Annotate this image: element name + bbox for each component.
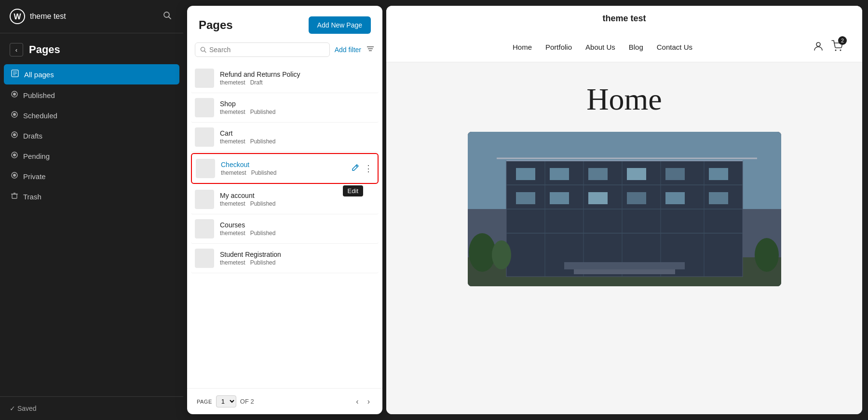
sidebar-footer: ✓ Saved [0,396,183,420]
pending-icon [11,151,18,161]
page-meta: themetest Published [220,259,375,266]
preview-hero-image [468,132,781,286]
page-name: Courses [220,221,375,229]
page-label: PAGE [197,399,212,405]
preview-icons: 2 [813,40,843,54]
scheduled-icon [11,111,18,120]
svg-point-13 [13,133,16,136]
page-heading: Home [586,82,662,117]
sidebar-item-all-pages[interactable]: All pages [4,64,179,84]
panel-header: Pages Add New Page [187,6,382,42]
sidebar-header: W theme test [0,0,183,33]
svg-point-56 [755,238,779,272]
page-number-select[interactable]: 1 2 [216,395,236,407]
page-info: Courses themetest Published [220,221,375,237]
svg-point-27 [816,42,820,46]
nav-link-about[interactable]: About Us [585,43,615,51]
sidebar-item-scheduled[interactable]: Scheduled [4,106,179,125]
svg-rect-46 [627,168,646,180]
svg-rect-53 [665,192,685,204]
sidebar-item-trash[interactable]: Trash [4,187,179,206]
sidebar-item-private[interactable]: Private [4,167,179,186]
filter-icon-button[interactable] [366,44,375,55]
pages-icon [11,69,19,80]
page-meta: themetest Published [220,138,375,145]
drafts-icon [11,131,18,140]
search-input[interactable] [209,46,325,54]
wp-logo: W [10,9,25,24]
page-thumbnail [195,127,214,147]
preview-nav-links: Home Portfolio About Us Blog Contact Us [406,43,800,51]
pages-title-row: ‹ Pages [0,33,183,64]
svg-line-26 [356,166,357,167]
list-item: Refund and Returns Policy themetest Draf… [191,64,379,93]
list-item-checkout: Checkout themetest Published ⋮ Edit [191,153,379,184]
svg-point-28 [835,50,837,51]
svg-point-15 [13,154,16,156]
page-thumbnail [195,219,214,238]
page-name: Shop [220,100,375,108]
more-options-button[interactable]: ⋮ [363,162,374,175]
sidebar-item-published[interactable]: Published [4,85,179,105]
pages-list: Refund and Returns Policy themetest Draf… [187,64,382,388]
page-info: Student Registration themetest Published [220,251,375,266]
svg-line-22 [204,51,206,52]
page-info: Refund and Returns Policy themetest Draf… [220,70,375,86]
private-icon [11,171,18,181]
center-panel: Pages Add New Page Add filter Refund and… [187,6,382,414]
page-name[interactable]: Checkout [221,161,345,168]
nav-link-portfolio[interactable]: Portfolio [545,43,572,51]
page-info: Cart themetest Published [220,129,375,145]
svg-rect-51 [588,192,608,204]
page-meta: themetest Published [220,200,375,207]
nav-link-contact[interactable]: Contact Us [657,43,692,51]
svg-point-17 [13,174,16,177]
panel-title: Pages [199,18,233,32]
svg-rect-52 [627,192,646,204]
nav-link-blog[interactable]: Blog [629,43,643,51]
svg-rect-58 [564,262,685,269]
panel-footer: PAGE 1 2 OF 2 ‹ › [187,388,382,414]
nav-link-home[interactable]: Home [513,43,532,51]
page-meta: themetest Draft [220,79,375,86]
page-thumbnail [195,98,214,117]
svg-point-9 [13,93,16,96]
sidebar-item-pending[interactable]: Pending [4,146,179,166]
page-actions: ⋮ [351,162,374,175]
svg-rect-50 [550,192,569,204]
page-name: Cart [220,129,375,137]
search-icon [200,46,206,53]
building-illustration [468,132,781,286]
list-item: Cart themetest Published [191,123,379,152]
page-thumbnail [195,249,214,268]
pencil-icon [352,164,359,171]
cart-icon[interactable]: 2 [831,40,843,54]
svg-rect-47 [665,168,685,180]
svg-rect-54 [709,192,728,204]
page-thumbnail [196,159,215,178]
page-info: Shop themetest Published [220,100,375,115]
trash-icon [11,192,18,201]
pages-heading: Pages [29,43,60,56]
add-new-page-button[interactable]: Add New Page [309,16,371,34]
sidebar-item-drafts[interactable]: Drafts [4,126,179,145]
svg-point-29 [840,50,841,51]
user-icon[interactable] [813,41,824,54]
svg-point-57 [492,240,511,269]
search-input-wrapper [195,42,330,57]
list-item: Student Registration themetest Published [191,244,379,273]
add-filter-button[interactable]: Add filter [335,46,361,54]
edit-pencil-button[interactable] [351,163,360,174]
of-pages: OF 2 [240,398,254,405]
sidebar-item-label: Private [23,172,46,181]
back-button[interactable]: ‹ [10,43,23,56]
svg-rect-45 [588,168,608,180]
sidebar-item-label: Pending [23,152,50,160]
preview-content: Home [386,62,862,414]
sidebar-item-label: Drafts [23,132,42,140]
svg-rect-48 [709,168,728,180]
search-button[interactable] [161,9,174,24]
page-name: Student Registration [220,251,375,258]
next-page-button[interactable]: › [365,396,373,407]
prev-page-button[interactable]: ‹ [353,396,361,407]
